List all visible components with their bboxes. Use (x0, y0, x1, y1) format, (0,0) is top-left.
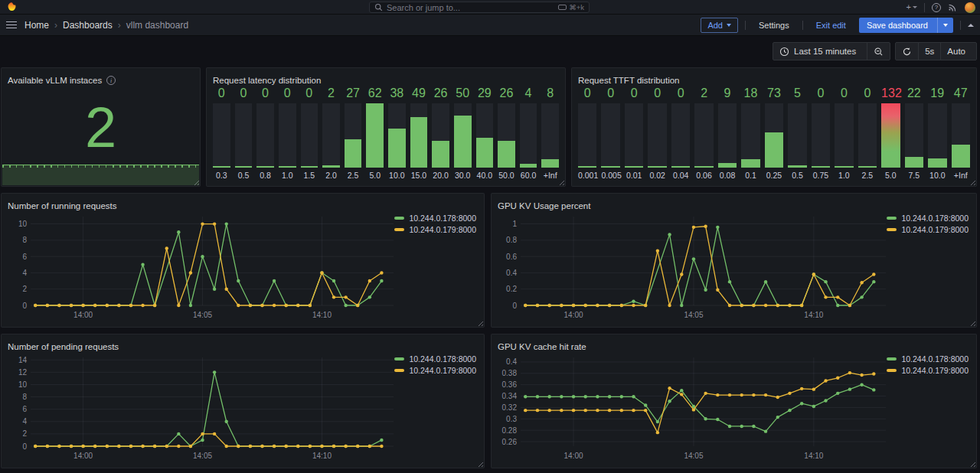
bar-column[interactable]: 272.5 (345, 86, 362, 180)
legend-item[interactable]: 10.244.0.179:8000 (887, 225, 969, 234)
grafana-logo[interactable] (6, 2, 18, 13)
legend-item[interactable]: 10.244.0.178:8000 (887, 354, 969, 364)
exit-edit-button[interactable]: Exit edit (810, 18, 852, 33)
bar-label: 7.5 (905, 168, 923, 180)
bar-fill (812, 166, 830, 168)
panel-title[interactable]: GPU KV Usage percent (498, 200, 970, 212)
bar-column[interactable]: 4915.0 (410, 86, 428, 180)
bar-fill (235, 166, 253, 168)
data-point (332, 279, 335, 282)
bar-column[interactable]: 01.5 (301, 86, 318, 180)
panel-title[interactable]: Number of running requests (8, 200, 478, 212)
bar-column[interactable]: 227.5 (905, 86, 923, 180)
global-search[interactable]: ⌘+k (369, 2, 590, 13)
legend-item[interactable]: 10.244.0.178:8000 (394, 214, 476, 223)
data-point (872, 388, 875, 391)
bar-column[interactable]: 730.25 (765, 86, 783, 180)
add-button[interactable]: Add (701, 18, 738, 33)
data-point (560, 304, 563, 307)
bar-label: 0.75 (812, 168, 830, 180)
bar-column[interactable]: 00.001 (578, 86, 596, 180)
panel-title[interactable]: Number of pending requests (8, 341, 478, 353)
bar-column[interactable]: 50.5 (788, 86, 806, 180)
news-rss-icon[interactable] (948, 2, 958, 12)
settings-button[interactable]: Settings (753, 18, 795, 33)
save-dashboard-dropdown[interactable] (937, 18, 953, 33)
bar-column[interactable]: 00.3 (213, 86, 230, 180)
bar-column[interactable]: 460.0 (520, 86, 537, 180)
panel-title[interactable]: Available vLLM instaces i (8, 74, 194, 86)
data-point (237, 445, 240, 448)
data-point (824, 295, 827, 298)
bar-track (301, 103, 318, 168)
bar-column[interactable]: 8+Inf (541, 86, 559, 180)
save-dashboard-button[interactable]: Save dashboard (859, 18, 953, 33)
refresh-icon (902, 47, 912, 57)
add-new-icon[interactable]: + (906, 3, 917, 11)
bar-gauge[interactable]: 00.00100.00500.0100.0200.0420.0690.08180… (578, 86, 970, 180)
breadcrumb-home[interactable]: Home (24, 20, 49, 31)
refresh-button[interactable] (896, 43, 918, 60)
panel-title[interactable]: Request TTFT distribution (578, 74, 970, 86)
info-icon[interactable]: i (106, 76, 116, 85)
bar-column[interactable]: 3810.0 (388, 86, 406, 180)
bar-label: 0.02 (648, 168, 666, 180)
bar-column[interactable]: 01.0 (279, 86, 296, 180)
data-point (656, 249, 659, 252)
bar-track (388, 103, 406, 168)
panel-title[interactable]: Request latency distribution (213, 74, 559, 86)
bar-column[interactable]: 625.0 (366, 86, 384, 180)
bar-column[interactable]: 00.5 (235, 86, 253, 180)
bar-column[interactable]: 1910.0 (928, 86, 946, 180)
bar-column[interactable]: 2650.0 (498, 86, 515, 180)
legend-item[interactable]: 10.244.0.179:8000 (887, 366, 969, 375)
bar-gauge[interactable]: 00.300.500.801.001.522.0272.5625.03810.0… (213, 86, 559, 180)
refresh-interval[interactable]: 5s (918, 43, 940, 60)
bar-column[interactable]: 2620.0 (432, 86, 449, 180)
bar-column[interactable]: 00.005 (601, 86, 619, 180)
bar-value: 38 (388, 86, 406, 102)
bar-column[interactable]: 2940.0 (476, 86, 494, 180)
bar-column[interactable]: 22.0 (322, 86, 340, 180)
bar-column[interactable]: 5030.0 (454, 86, 472, 180)
data-point (644, 304, 647, 307)
auto-refresh-picker[interactable]: Auto (940, 43, 976, 60)
data-point (596, 409, 599, 412)
menu-toggle-icon[interactable] (6, 21, 17, 29)
collapse-up-icon[interactable] (968, 24, 974, 27)
legend-item[interactable]: 10.244.0.178:8000 (887, 214, 969, 223)
bar-column[interactable]: 00.75 (812, 86, 830, 180)
breadcrumb-dashboards[interactable]: Dashboards (63, 20, 113, 31)
data-point (788, 409, 791, 412)
data-point (332, 295, 335, 298)
bar-column[interactable]: 00.8 (256, 86, 274, 180)
legend-item[interactable]: 10.244.0.178:8000 (394, 354, 476, 364)
bar-column[interactable]: 20.06 (694, 86, 713, 180)
data-point (249, 445, 252, 448)
bar-value: 49 (410, 86, 428, 102)
bar-column[interactable]: 00.02 (648, 86, 666, 180)
bar-column[interactable]: 1325.0 (881, 86, 900, 180)
bar-column[interactable]: 01.0 (835, 86, 853, 180)
user-avatar[interactable] (965, 2, 975, 13)
data-point (213, 222, 216, 225)
bar-column[interactable]: 180.1 (741, 86, 760, 180)
data-point (836, 304, 839, 307)
panel-title[interactable]: GPU KV cache hit rate (498, 341, 970, 353)
bar-column[interactable]: 47+Inf (952, 86, 970, 180)
time-range-picker[interactable]: Last 15 minutes (773, 43, 867, 60)
bar-column[interactable]: 00.01 (625, 86, 643, 180)
bar-column[interactable]: 02.5 (858, 86, 877, 180)
zoom-out-button[interactable] (867, 43, 890, 60)
bar-column[interactable]: 90.08 (718, 86, 737, 180)
data-point (812, 405, 815, 408)
data-point (668, 400, 671, 403)
legend-item[interactable]: 10.244.0.179:8000 (394, 225, 476, 234)
bar-track (322, 103, 340, 168)
legend-item[interactable]: 10.244.0.179:8000 (394, 366, 476, 375)
help-icon[interactable]: ? (932, 3, 941, 12)
data-point (752, 304, 755, 307)
search-input[interactable] (387, 3, 554, 12)
bar-column[interactable]: 00.04 (671, 86, 690, 180)
y-axis-tick-label: 0.32 (502, 403, 518, 412)
